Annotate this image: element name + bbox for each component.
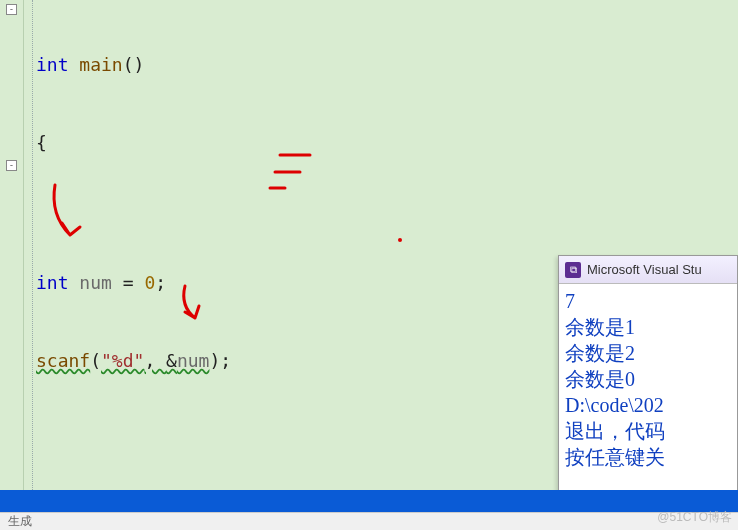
watermark: @51CTO博客 xyxy=(657,509,732,526)
keyword-int: int xyxy=(36,52,69,78)
console-window[interactable]: ⧉ Microsoft Visual Stu 7 余数是1 余数是2 余数是0 … xyxy=(558,255,738,495)
output-line: 余数是2 xyxy=(565,340,731,366)
output-line: 退出，代码 xyxy=(565,418,731,444)
console-output: 7 余数是1 余数是2 余数是0 D:\code\202 退出，代码 按任意键关 xyxy=(559,284,737,474)
fold-toggle[interactable]: - xyxy=(6,4,17,15)
output-line: D:\code\202 xyxy=(565,392,731,418)
build-dropdown[interactable]: 生成 xyxy=(8,513,32,530)
output-line: 余数是1 xyxy=(565,314,731,340)
status-bar xyxy=(0,490,738,512)
fn-scanf: scanf xyxy=(36,348,90,374)
bottom-toolbar[interactable]: 生成 xyxy=(0,512,738,530)
output-line: 余数是0 xyxy=(565,366,731,392)
vs-icon: ⧉ xyxy=(565,262,581,278)
gutter: - - xyxy=(0,0,24,490)
console-titlebar[interactable]: ⧉ Microsoft Visual Stu xyxy=(559,256,737,284)
fn-main: main xyxy=(69,52,123,78)
indent-guide xyxy=(32,0,33,490)
output-line: 7 xyxy=(565,288,731,314)
console-title: Microsoft Visual Stu xyxy=(587,262,702,277)
output-line: 按任意键关 xyxy=(565,444,731,470)
fold-toggle[interactable]: - xyxy=(6,160,17,171)
